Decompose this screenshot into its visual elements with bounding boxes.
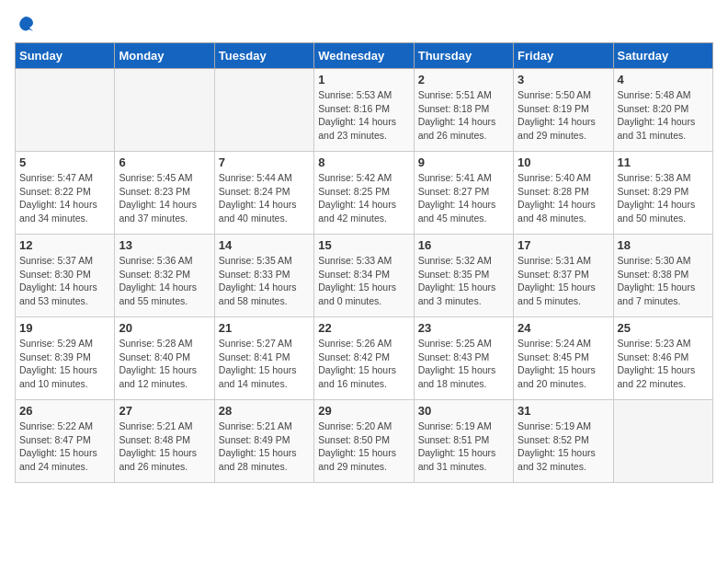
calendar-week-row: 5Sunrise: 5:47 AMSunset: 8:22 PMDaylight… <box>16 152 713 235</box>
day-number: 22 <box>318 321 409 335</box>
day-number: 15 <box>318 238 409 252</box>
day-info: Sunrise: 5:51 AMSunset: 8:18 PMDaylight:… <box>418 88 509 143</box>
calendar-cell: 20Sunrise: 5:28 AMSunset: 8:40 PMDayligh… <box>115 317 214 400</box>
day-info: Sunrise: 5:21 AMSunset: 8:49 PMDaylight:… <box>219 419 310 474</box>
day-info: Sunrise: 5:24 AMSunset: 8:45 PMDaylight:… <box>518 337 609 391</box>
day-info: Sunrise: 5:23 AMSunset: 8:46 PMDaylight:… <box>618 337 709 391</box>
calendar-cell: 6Sunrise: 5:45 AMSunset: 8:23 PMDaylight… <box>115 152 214 235</box>
day-info: Sunrise: 5:19 AMSunset: 8:52 PMDaylight:… <box>518 419 609 474</box>
day-number: 31 <box>518 404 609 418</box>
day-info: Sunrise: 5:48 AMSunset: 8:20 PMDaylight:… <box>618 88 709 143</box>
calendar-week-row: 1Sunrise: 5:53 AMSunset: 8:16 PMDaylight… <box>16 69 713 152</box>
day-info: Sunrise: 5:21 AMSunset: 8:48 PMDaylight:… <box>119 419 210 474</box>
day-number: 23 <box>418 321 509 335</box>
calendar-cell <box>115 69 214 152</box>
calendar-cell: 5Sunrise: 5:47 AMSunset: 8:22 PMDaylight… <box>16 152 115 235</box>
day-info: Sunrise: 5:42 AMSunset: 8:25 PMDaylight:… <box>318 171 409 225</box>
calendar-cell: 27Sunrise: 5:21 AMSunset: 8:48 PMDayligh… <box>115 400 214 483</box>
day-number: 27 <box>119 404 210 418</box>
day-info: Sunrise: 5:38 AMSunset: 8:29 PMDaylight:… <box>618 171 709 225</box>
day-info: Sunrise: 5:33 AMSunset: 8:34 PMDaylight:… <box>318 254 409 308</box>
calendar-cell: 12Sunrise: 5:37 AMSunset: 8:30 PMDayligh… <box>16 235 115 317</box>
day-number: 1 <box>318 73 409 86</box>
calendar-cell: 25Sunrise: 5:23 AMSunset: 8:46 PMDayligh… <box>613 317 712 400</box>
day-number: 24 <box>518 321 609 335</box>
day-number: 14 <box>219 238 310 252</box>
column-header-wednesday: Wednesday <box>314 43 414 69</box>
calendar-cell: 1Sunrise: 5:53 AMSunset: 8:16 PMDaylight… <box>314 69 414 152</box>
day-number: 2 <box>418 73 509 86</box>
day-info: Sunrise: 5:32 AMSunset: 8:35 PMDaylight:… <box>418 254 509 308</box>
calendar-cell: 9Sunrise: 5:41 AMSunset: 8:27 PMDaylight… <box>414 152 513 235</box>
day-info: Sunrise: 5:31 AMSunset: 8:37 PMDaylight:… <box>518 254 609 308</box>
day-number: 25 <box>618 321 709 335</box>
day-info: Sunrise: 5:26 AMSunset: 8:42 PMDaylight:… <box>318 337 409 391</box>
calendar-cell: 15Sunrise: 5:33 AMSunset: 8:34 PMDayligh… <box>314 235 414 317</box>
column-header-thursday: Thursday <box>414 43 513 69</box>
calendar-cell: 30Sunrise: 5:19 AMSunset: 8:51 PMDayligh… <box>414 400 513 483</box>
column-header-sunday: Sunday <box>16 43 115 69</box>
column-header-monday: Monday <box>115 43 214 69</box>
day-number: 17 <box>518 238 609 252</box>
day-number: 10 <box>518 155 609 169</box>
column-header-tuesday: Tuesday <box>214 43 313 69</box>
day-info: Sunrise: 5:44 AMSunset: 8:24 PMDaylight:… <box>219 171 310 225</box>
day-info: Sunrise: 5:40 AMSunset: 8:28 PMDaylight:… <box>518 171 609 225</box>
day-info: Sunrise: 5:20 AMSunset: 8:50 PMDaylight:… <box>318 419 409 474</box>
day-number: 4 <box>618 73 709 86</box>
day-number: 28 <box>219 404 310 418</box>
calendar-table: SundayMondayTuesdayWednesdayThursdayFrid… <box>15 42 713 483</box>
calendar-cell: 4Sunrise: 5:48 AMSunset: 8:20 PMDaylight… <box>613 69 712 152</box>
column-header-friday: Friday <box>514 43 613 69</box>
calendar-cell: 16Sunrise: 5:32 AMSunset: 8:35 PMDayligh… <box>414 235 513 317</box>
day-info: Sunrise: 5:30 AMSunset: 8:38 PMDaylight:… <box>618 254 709 308</box>
calendar-cell: 23Sunrise: 5:25 AMSunset: 8:43 PMDayligh… <box>414 317 513 400</box>
calendar-cell <box>16 69 115 152</box>
calendar-cell: 24Sunrise: 5:24 AMSunset: 8:45 PMDayligh… <box>514 317 613 400</box>
day-info: Sunrise: 5:36 AMSunset: 8:32 PMDaylight:… <box>119 254 210 308</box>
calendar-header-row: SundayMondayTuesdayWednesdayThursdayFrid… <box>16 43 713 69</box>
calendar-week-row: 19Sunrise: 5:29 AMSunset: 8:39 PMDayligh… <box>16 317 713 400</box>
day-number: 11 <box>618 155 709 169</box>
day-number: 21 <box>219 321 310 335</box>
calendar-cell: 14Sunrise: 5:35 AMSunset: 8:33 PMDayligh… <box>214 235 313 317</box>
day-number: 30 <box>418 404 509 418</box>
day-number: 18 <box>618 238 709 252</box>
day-number: 12 <box>19 238 110 252</box>
day-info: Sunrise: 5:25 AMSunset: 8:43 PMDaylight:… <box>418 337 509 391</box>
day-info: Sunrise: 5:47 AMSunset: 8:22 PMDaylight:… <box>19 171 110 225</box>
calendar-cell: 11Sunrise: 5:38 AMSunset: 8:29 PMDayligh… <box>613 152 712 235</box>
day-info: Sunrise: 5:27 AMSunset: 8:41 PMDaylight:… <box>219 337 310 391</box>
calendar-cell: 2Sunrise: 5:51 AMSunset: 8:18 PMDaylight… <box>414 69 513 152</box>
day-info: Sunrise: 5:19 AMSunset: 8:51 PMDaylight:… <box>418 419 509 474</box>
day-info: Sunrise: 5:28 AMSunset: 8:40 PMDaylight:… <box>119 337 210 391</box>
day-info: Sunrise: 5:37 AMSunset: 8:30 PMDaylight:… <box>19 254 110 308</box>
day-info: Sunrise: 5:22 AMSunset: 8:47 PMDaylight:… <box>19 419 110 474</box>
day-number: 19 <box>19 321 110 335</box>
calendar-cell <box>214 69 313 152</box>
calendar-cell: 3Sunrise: 5:50 AMSunset: 8:19 PMDaylight… <box>514 69 613 152</box>
logo <box>15 15 35 33</box>
day-info: Sunrise: 5:50 AMSunset: 8:19 PMDaylight:… <box>518 88 609 143</box>
day-info: Sunrise: 5:41 AMSunset: 8:27 PMDaylight:… <box>418 171 509 225</box>
day-number: 8 <box>318 155 409 169</box>
calendar-cell: 18Sunrise: 5:30 AMSunset: 8:38 PMDayligh… <box>613 235 712 317</box>
day-number: 9 <box>418 155 509 169</box>
day-info: Sunrise: 5:53 AMSunset: 8:16 PMDaylight:… <box>318 88 409 143</box>
calendar-week-row: 12Sunrise: 5:37 AMSunset: 8:30 PMDayligh… <box>16 235 713 317</box>
day-number: 7 <box>219 155 310 169</box>
calendar-cell: 17Sunrise: 5:31 AMSunset: 8:37 PMDayligh… <box>514 235 613 317</box>
calendar-cell <box>613 400 712 483</box>
calendar-cell: 31Sunrise: 5:19 AMSunset: 8:52 PMDayligh… <box>514 400 613 483</box>
day-number: 6 <box>119 155 210 169</box>
calendar-cell: 7Sunrise: 5:44 AMSunset: 8:24 PMDaylight… <box>214 152 313 235</box>
day-info: Sunrise: 5:45 AMSunset: 8:23 PMDaylight:… <box>119 171 210 225</box>
day-number: 13 <box>119 238 210 252</box>
day-number: 5 <box>19 155 110 169</box>
column-header-saturday: Saturday <box>613 43 712 69</box>
day-number: 20 <box>119 321 210 335</box>
day-number: 16 <box>418 238 509 252</box>
logo-bird-icon <box>17 15 35 33</box>
day-number: 3 <box>518 73 609 86</box>
day-number: 26 <box>19 404 110 418</box>
